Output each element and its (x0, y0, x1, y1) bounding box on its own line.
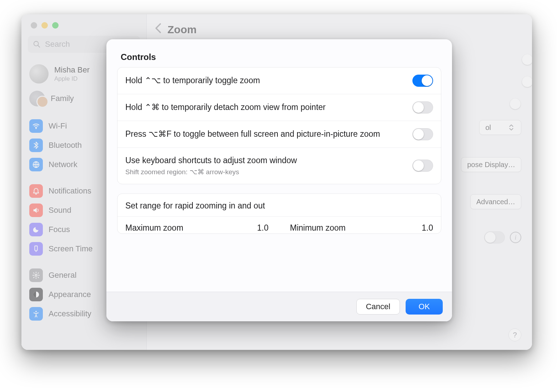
row-label: Hold ⌃⌥ to temporarily toggle zoom (125, 75, 406, 86)
row-label: Use keyboard shortcuts to adjust zoom wi… (125, 155, 406, 166)
controls-row: Hold ⌃⌘ to temporarily detach zoom view … (117, 94, 441, 121)
controls-row: Press ⌥⌘F to toggle between full screen … (117, 121, 441, 147)
row-label: Hold ⌃⌘ to temporarily detach zoom view … (125, 102, 406, 113)
section-header: Controls (106, 49, 452, 67)
min-zoom-label: Minimum zoom (290, 223, 346, 233)
max-zoom-value: 1.0 (257, 223, 269, 233)
min-zoom-value: 1.0 (422, 223, 433, 233)
ok-button[interactable]: OK (406, 299, 443, 315)
zoom-advanced-sheet: Controls Hold ⌃⌥ to temporarily toggle z… (106, 39, 452, 321)
controls-row: Hold ⌃⌥ to temporarily toggle zoom (117, 67, 441, 94)
row-toggle[interactable] (412, 160, 433, 172)
cancel-button[interactable]: Cancel (356, 299, 400, 315)
row-toggle[interactable] (412, 101, 433, 114)
row-sublabel: Shift zoomed region: ⌥⌘ arrow-keys (125, 167, 406, 177)
range-header: Set range for rapid zooming in and out (117, 194, 441, 217)
sheet-footer: Cancel OK (106, 292, 452, 321)
row-label: Press ⌥⌘F to toggle between full screen … (125, 129, 406, 140)
row-toggle[interactable] (412, 128, 433, 140)
row-toggle[interactable] (412, 75, 433, 87)
controls-row: Use keyboard shortcuts to adjust zoom wi… (117, 147, 441, 184)
max-zoom-label: Maximum zoom (125, 223, 183, 233)
controls-card: Hold ⌃⌥ to temporarily toggle zoom Hold … (117, 67, 441, 184)
zoom-range-card: Set range for rapid zooming in and out M… (117, 194, 441, 234)
